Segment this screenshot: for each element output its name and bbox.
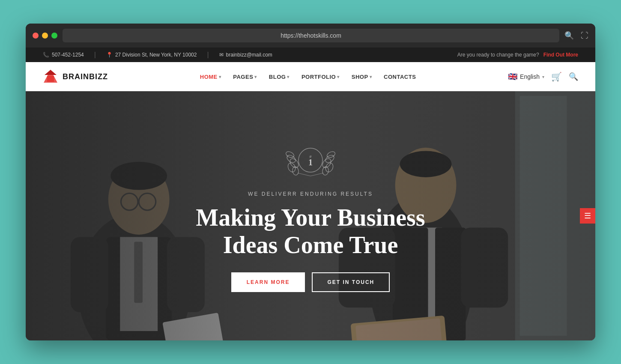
- top-bar-left: 📞 507-452-1254 | 📍 27 Division St, New Y…: [43, 51, 272, 59]
- chevron-down-icon: ▾: [287, 75, 290, 79]
- nav-item-portfolio[interactable]: PORTFOLIO ▾: [302, 74, 340, 80]
- nav-link-contacts[interactable]: CONTACTS: [384, 74, 416, 80]
- svg-point-38: [326, 150, 336, 158]
- nav-item-home[interactable]: HOME ▾: [200, 74, 221, 80]
- get-in-touch-button[interactable]: GET IN TOUCH: [312, 272, 390, 292]
- address-bar[interactable]: https://thehotskills.com: [63, 29, 559, 42]
- nav-right: 🇬🇧 English ▾ 🛒 🔍: [508, 72, 578, 82]
- hero-title: Making Your Business Ideas Come True: [196, 204, 425, 259]
- nav-link-blog[interactable]: BLOG ▾: [269, 74, 290, 80]
- hero-buttons: LEARN MORE GET IN TOUCH: [196, 272, 425, 292]
- phone-icon: 📞: [43, 52, 49, 58]
- nav-item-blog[interactable]: BLOG ▾: [269, 74, 290, 80]
- logo[interactable]: BRAINBIZZ: [43, 69, 108, 84]
- language-selector[interactable]: 🇬🇧 English ▾: [508, 72, 544, 81]
- language-text: English: [520, 73, 540, 80]
- top-bar-right: Are you ready to change the game? Find O…: [457, 52, 578, 58]
- email-text: brainbizz@mail.com: [226, 52, 272, 58]
- nav-link-portfolio[interactable]: PORTFOLIO ▾: [302, 74, 340, 80]
- search-nav-icon[interactable]: 🔍: [569, 72, 578, 81]
- hero-title-line1: Making Your Business: [196, 204, 425, 231]
- side-widget-icon: ☰: [584, 211, 591, 221]
- svg-rect-1: [47, 76, 54, 82]
- cart-icon[interactable]: 🛒: [551, 72, 562, 82]
- chevron-down-icon: ▾: [219, 75, 221, 79]
- address-item: 📍 27 Division St, New York, NY 10002: [106, 52, 197, 58]
- hero-title-line2: Ideas Come True: [223, 232, 398, 258]
- phone-item: 📞 507-452-1254: [43, 52, 84, 58]
- nav-item-shop[interactable]: SHOP ▾: [352, 74, 372, 80]
- email-icon: ✉: [219, 52, 224, 58]
- chevron-down-icon: ▾: [254, 75, 257, 79]
- maximize-button[interactable]: [51, 33, 57, 39]
- learn-more-button[interactable]: LEARN MORE: [231, 272, 305, 292]
- browser-chrome: https://thehotskills.com 🔍 ⛶: [26, 24, 595, 48]
- svg-marker-2: [45, 70, 57, 75]
- email-item: ✉ brainbizz@mail.com: [219, 52, 272, 58]
- hero-badge: # 1: [196, 140, 425, 182]
- search-browser-icon[interactable]: 🔍: [564, 31, 574, 40]
- browser-window: https://thehotskills.com 🔍 ⛶ 📞 507-452-1…: [26, 24, 595, 340]
- minimize-button[interactable]: [42, 33, 48, 39]
- url-text: https://thehotskills.com: [281, 32, 341, 39]
- close-button[interactable]: [33, 33, 39, 39]
- logo-text: BRAINBIZZ: [63, 72, 108, 81]
- expand-icon[interactable]: ⛶: [581, 31, 588, 40]
- browser-actions: 🔍 ⛶: [564, 31, 588, 40]
- hero-section: # 1 WE DELIVERR ENDURING RESULTS Making …: [26, 91, 595, 340]
- svg-line-41: [310, 173, 323, 176]
- svg-point-32: [285, 150, 295, 158]
- hero-content: # 1 WE DELIVERR ENDURING RESULTS Making …: [187, 131, 433, 301]
- navbar: BRAINBIZZ HOME ▾ PAGES ▾: [26, 62, 595, 91]
- main-nav: HOME ▾ PAGES ▾ BLOG ▾: [200, 74, 416, 80]
- traffic-lights: [33, 33, 57, 39]
- svg-text:1: 1: [308, 158, 313, 167]
- nav-item-pages[interactable]: PAGES ▾: [233, 74, 257, 80]
- address-text: 27 Division St, New York, NY 10002: [115, 52, 197, 58]
- svg-point-33: [287, 161, 297, 173]
- separator-2: |: [207, 51, 209, 59]
- nav-link-pages[interactable]: PAGES ▾: [233, 74, 257, 80]
- phone-text: 507-452-1254: [52, 52, 84, 58]
- hero-subtitle: WE DELIVERR ENDURING RESULTS: [196, 191, 425, 197]
- location-icon: 📍: [106, 52, 113, 58]
- language-chevron-icon: ▾: [542, 75, 544, 79]
- nav-link-shop[interactable]: SHOP ▾: [352, 74, 372, 80]
- website-content: 📞 507-452-1254 | 📍 27 Division St, New Y…: [26, 48, 595, 340]
- top-bar: 📞 507-452-1254 | 📍 27 Division St, New Y…: [26, 48, 595, 62]
- laurel-badge-icon: # 1: [285, 140, 336, 182]
- nav-item-contacts[interactable]: CONTACTS: [384, 74, 416, 80]
- logo-icon: [43, 69, 58, 84]
- side-widget-button[interactable]: ☰: [580, 208, 595, 224]
- svg-line-35: [298, 173, 310, 176]
- chevron-down-icon: ▾: [337, 75, 340, 79]
- cta-text: Are you ready to change the game?: [457, 52, 539, 58]
- nav-links: HOME ▾ PAGES ▾ BLOG ▾: [200, 74, 416, 80]
- chevron-down-icon: ▾: [370, 75, 372, 79]
- find-out-more-link[interactable]: Find Out More: [543, 52, 578, 58]
- svg-point-39: [324, 161, 334, 173]
- nav-link-home[interactable]: HOME ▾: [200, 74, 221, 80]
- flag-icon: 🇬🇧: [508, 72, 517, 81]
- separator-1: |: [94, 51, 96, 59]
